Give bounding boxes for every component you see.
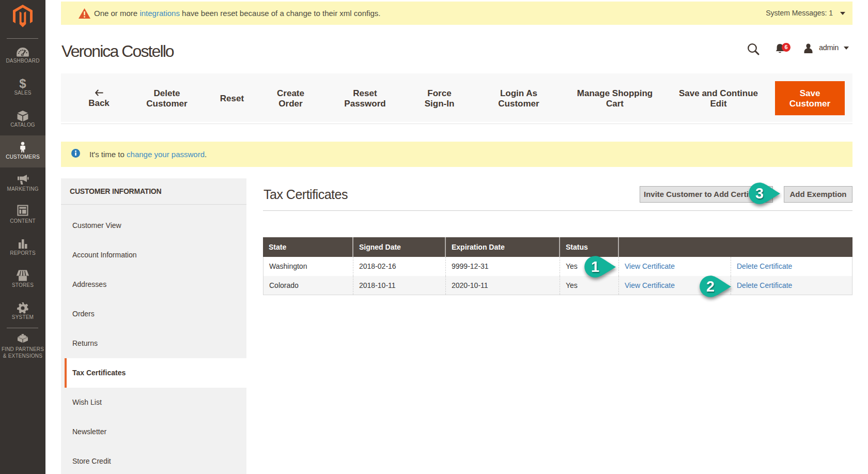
svg-text:$: $	[19, 78, 26, 90]
